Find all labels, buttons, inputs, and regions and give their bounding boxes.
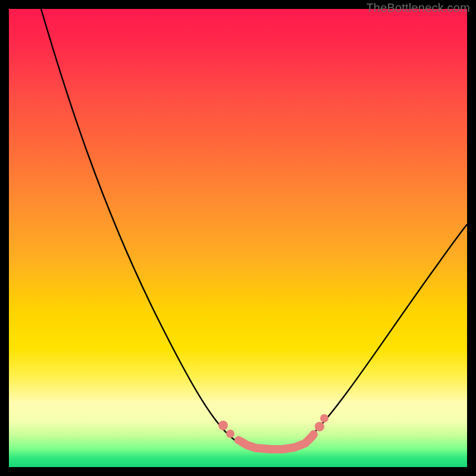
- dip-marker-dot: [320, 414, 328, 422]
- chart-frame: [9, 9, 467, 467]
- curve-left-limb: [41, 9, 274, 449]
- bottleneck-curve: [9, 9, 467, 467]
- dip-marker-dot: [226, 430, 234, 438]
- watermark-text: TheBottleneck.com: [366, 1, 470, 15]
- dip-marker-dot: [309, 430, 318, 439]
- dip-marker-dot: [234, 436, 243, 444]
- dip-marker-dot: [218, 421, 228, 430]
- dip-marker-dot: [315, 422, 324, 431]
- curve-right-limb: [274, 224, 467, 449]
- dip-marker-band: [241, 436, 312, 449]
